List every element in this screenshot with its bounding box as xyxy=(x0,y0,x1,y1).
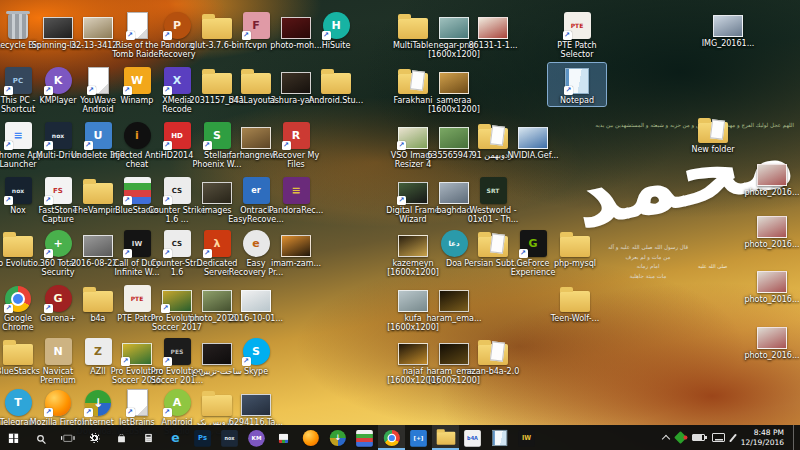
taskbar-file-explorer-button[interactable] xyxy=(432,425,459,450)
taskbar-task-view-button[interactable] xyxy=(54,425,81,450)
desktop-icon-notepad[interactable]: ↗Notepad xyxy=(548,63,606,106)
desktop-icon-label: sameraa [1600x1200] xyxy=(425,96,483,114)
desktop-icon-label: 2016-10-01... xyxy=(229,314,283,323)
battery-icon[interactable] xyxy=(692,434,705,441)
shortcut-arrow-icon: ↗ xyxy=(44,196,53,205)
taskbar-clock[interactable]: 8:48 PM 12/19/2016 xyxy=(741,428,786,448)
taskbar-faststone-button[interactable] xyxy=(270,425,297,450)
shortcut-arrow-icon: ↗ xyxy=(123,196,132,205)
shortcut-arrow-icon: ↗ xyxy=(282,141,291,150)
desktop-icon-label: Doa xyxy=(446,259,462,268)
task-view-icon xyxy=(59,428,76,447)
taskbar-store-button[interactable] xyxy=(108,425,135,450)
img-icon xyxy=(518,119,548,149)
desktop-icon-teen-wolf[interactable]: Teen-Wolf-... xyxy=(546,281,604,324)
shortcut-arrow-icon: ↗ xyxy=(44,408,53,417)
desktop-icon-2016-10-01[interactable]: 2016-10-01... xyxy=(227,281,285,324)
shortcut-arrow-icon: ↗ xyxy=(4,141,13,150)
desktop-icon-pte-patch-selector[interactable]: PTE↗PTE Patch Selector xyxy=(548,8,606,60)
tray-icons xyxy=(663,433,734,443)
desktop-icon-photo-2016[interactable]: photo_2016... xyxy=(743,207,800,250)
shortcut-arrow-icon: ↗ xyxy=(44,304,53,313)
taskbar-nox-button[interactable]: nox xyxy=(216,425,243,450)
desktop-icon-westworld-01x01-th[interactable]: SRTWestworld - 01x01 - Th... xyxy=(464,173,522,225)
desktop-icon-grid: Recycle BinSpinning-la...32-13-3412...↗R… xyxy=(0,0,800,450)
desktop-icon-photo-2016[interactable]: photo_2016... xyxy=(743,318,800,361)
desktop-icon-img-20161[interactable]: IMG_20161... xyxy=(699,6,757,49)
folder-icon xyxy=(321,64,351,94)
folder-icon xyxy=(478,335,508,365)
keyboard-icon[interactable] xyxy=(712,433,725,442)
desktop-icon-label: Android.Stu... xyxy=(309,96,363,105)
idm-tray-icon[interactable] xyxy=(676,433,685,442)
taskbar-kmplayer-button[interactable]: KM xyxy=(243,425,270,450)
desktop-icon-new-folder[interactable]: New folder xyxy=(684,112,742,155)
desktop-icon-hisuite[interactable]: H↗HiSuite xyxy=(307,8,365,51)
desktop-icon-label: azan-b4a-2.0 xyxy=(467,367,520,376)
desktop-icon-label: b4a xyxy=(90,314,105,323)
taskbar-firefox-button[interactable] xyxy=(297,425,324,450)
desktop-icon-6294116-ta[interactable]: 6294116.Ta... xyxy=(227,385,285,428)
desktop-icon-sameraa-1600x1200[interactable]: sameraa [1600x1200] xyxy=(425,63,483,115)
tile-icon: K↗ xyxy=(45,64,72,94)
folder-icon xyxy=(398,9,428,39)
chevron-up-icon[interactable] xyxy=(663,433,669,442)
tile-icon: R↗ xyxy=(283,119,310,149)
desktop-icon-label: Recover My Files xyxy=(267,151,325,169)
show-desktop-button[interactable] xyxy=(793,425,797,450)
shortcut-arrow-icon: ↗ xyxy=(161,304,170,313)
desktop-icon-label: IMG_20161... xyxy=(702,39,755,48)
shortcut-arrow-icon: ↗ xyxy=(4,86,13,95)
desktop-icon-azan-b4a-2-0[interactable]: azan-b4a-2.0 xyxy=(464,334,522,377)
taskbar-calculator-button[interactable] xyxy=(135,425,162,450)
img-icon xyxy=(398,335,428,365)
taskbar-infinite-warfare-button[interactable]: IW xyxy=(513,425,540,450)
desktop-icon-label: 86131-1-1... xyxy=(468,41,517,50)
chrome-icon xyxy=(383,428,400,447)
shortcut-arrow-icon: ↗ xyxy=(121,357,130,366)
img-icon xyxy=(281,227,311,257)
infinite-warfare-icon: IW xyxy=(518,428,535,447)
tile-icon: CS↗ xyxy=(164,174,191,204)
edge-icon: e xyxy=(167,428,184,447)
desktop-icon-photo-2016[interactable]: photo_2016... xyxy=(743,262,800,305)
desktop-icon-haram-ema[interactable]: haram_ema... xyxy=(425,281,483,324)
taskbar-b4a-button[interactable]: b4A xyxy=(459,425,486,450)
tile-icon: ≡ xyxy=(283,174,310,204)
taskbar-bluestacks-button[interactable] xyxy=(351,425,378,450)
taskbar-chrome-button[interactable] xyxy=(378,425,405,450)
desktop-icon-pandorarec[interactable]: ≡PandoraRec... xyxy=(267,173,325,216)
taskbar-search-button[interactable] xyxy=(27,425,54,450)
desktop-icon-skype[interactable]: S↗Skype xyxy=(227,334,285,377)
tile-icon: SRT xyxy=(480,174,507,204)
taskbar-photoshop-button[interactable]: Ps xyxy=(189,425,216,450)
desktop: اللهم عجل لوليك الفرج و مهد له في الارض … xyxy=(0,0,800,450)
desktop-icon-label: Notepad xyxy=(560,96,594,105)
taskbar-code-button[interactable]: [+] xyxy=(405,425,432,450)
desktop-icon-php-mysql[interactable]: php-mysql xyxy=(546,226,604,269)
shortcut-arrow-icon: ↗ xyxy=(87,86,96,95)
shortcut-arrow-icon: ↗ xyxy=(163,196,172,205)
pen-icon[interactable] xyxy=(732,433,734,443)
tile-icon: +↗ xyxy=(45,227,72,257)
shortcut-arrow-icon: ↗ xyxy=(123,249,132,258)
desktop-icon-label: NVIDIA.Gef... xyxy=(507,151,558,160)
taskbar-idm-button[interactable]: ↓ xyxy=(324,425,351,450)
desktop-icon-nvidia-gef[interactable]: NVIDIA.Gef... xyxy=(504,118,562,161)
file-explorer-icon xyxy=(436,428,455,447)
file-icon: ↗ xyxy=(127,9,148,39)
taskbar-notepad-button[interactable] xyxy=(486,425,513,450)
desktop-icon-recover-my-files[interactable]: R↗Recover My Files xyxy=(267,118,325,170)
img-icon xyxy=(439,282,469,312)
desktop-icon-android-stu[interactable]: Android.Stu... xyxy=(307,63,365,106)
shortcut-arrow-icon: ↗ xyxy=(44,249,53,258)
tile-icon: PES↗ xyxy=(164,335,191,365)
taskbar-edge-button[interactable]: e xyxy=(162,425,189,450)
desktop-icon-label: Nox xyxy=(10,206,25,215)
desktop-icon-photo-2016[interactable]: photo_2016... xyxy=(743,155,800,198)
taskbar-settings-button[interactable] xyxy=(81,425,108,450)
desktop-icon-imam-zam[interactable]: imam-zam... xyxy=(267,226,325,269)
taskbar-start-button[interactable] xyxy=(0,425,27,450)
shortcut-arrow-icon: ↗ xyxy=(203,141,212,150)
desktop-icon-86131-1-1[interactable]: 86131-1-1... xyxy=(464,8,522,51)
